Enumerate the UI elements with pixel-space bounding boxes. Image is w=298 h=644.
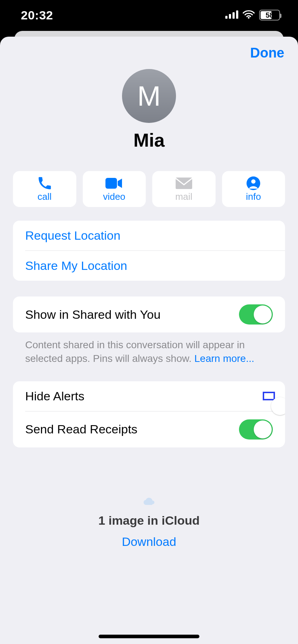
send-read-receipts-label: Send Read Receipts <box>25 422 137 436</box>
contact-details-sheet: Done M Mia call video mail <box>0 37 298 644</box>
svg-rect-0 <box>225 16 227 19</box>
show-in-shared-row: Show in Shared with You <box>13 296 285 332</box>
status-right: 58 <box>225 10 280 20</box>
done-button[interactable]: Done <box>250 45 284 61</box>
shared-footer-note: Content shared in this conversation will… <box>0 332 298 365</box>
wifi-icon <box>243 10 255 20</box>
mail-button[interactable]: mail <box>152 171 216 207</box>
request-location-label: Request Location <box>25 229 121 243</box>
status-bar: 20:32 58 <box>0 0 298 30</box>
profile-header: M Mia <box>0 69 298 151</box>
svg-rect-6 <box>176 178 192 189</box>
show-in-shared-toggle[interactable] <box>239 304 273 325</box>
person-circle-icon <box>247 176 260 190</box>
hide-alerts-highlight <box>263 392 275 400</box>
video-icon <box>105 176 123 190</box>
status-time: 20:32 <box>21 8 53 22</box>
request-location-row[interactable]: Request Location <box>13 221 285 250</box>
share-my-location-label: Share My Location <box>25 259 127 273</box>
svg-point-8 <box>251 179 256 184</box>
cloud-icon <box>144 498 154 506</box>
send-read-receipts-toggle[interactable] <box>239 419 273 440</box>
alerts-group: Hide Alerts Send Read Receipts <box>13 381 285 447</box>
call-button[interactable]: call <box>13 171 76 207</box>
location-group: Request Location Share My Location <box>13 221 285 281</box>
hide-alerts-label: Hide Alerts <box>25 389 84 403</box>
video-label: video <box>103 191 125 202</box>
contact-name: Mia <box>134 129 165 151</box>
shared-with-you-group: Show in Shared with You <box>13 296 285 332</box>
home-indicator <box>99 635 199 638</box>
svg-rect-1 <box>229 14 231 19</box>
sheet-header: Done <box>0 37 298 69</box>
svg-rect-3 <box>236 10 238 19</box>
video-button[interactable]: video <box>83 171 146 207</box>
hide-alerts-row: Hide Alerts <box>13 381 285 411</box>
send-read-receipts-row: Send Read Receipts <box>13 411 285 447</box>
share-my-location-row[interactable]: Share My Location <box>13 251 285 281</box>
phone-icon <box>37 176 52 190</box>
icloud-section: 1 image in iCloud Download <box>0 498 298 549</box>
mail-label: mail <box>175 191 193 202</box>
call-label: call <box>37 191 51 202</box>
mail-icon <box>176 176 192 190</box>
download-button[interactable]: Download <box>122 535 176 549</box>
learn-more-link[interactable]: Learn more... <box>194 353 254 364</box>
icloud-title: 1 image in iCloud <box>98 514 199 528</box>
svg-rect-5 <box>105 178 117 189</box>
svg-rect-2 <box>232 12 235 19</box>
svg-point-4 <box>248 17 250 19</box>
avatar[interactable]: M <box>122 69 176 123</box>
cellular-icon <box>225 10 238 20</box>
quick-actions-row: call video mail info <box>0 171 298 207</box>
battery-icon: 58 <box>259 10 280 20</box>
info-label: info <box>246 191 261 202</box>
show-in-shared-label: Show in Shared with You <box>25 308 161 322</box>
info-button[interactable]: info <box>222 171 285 207</box>
